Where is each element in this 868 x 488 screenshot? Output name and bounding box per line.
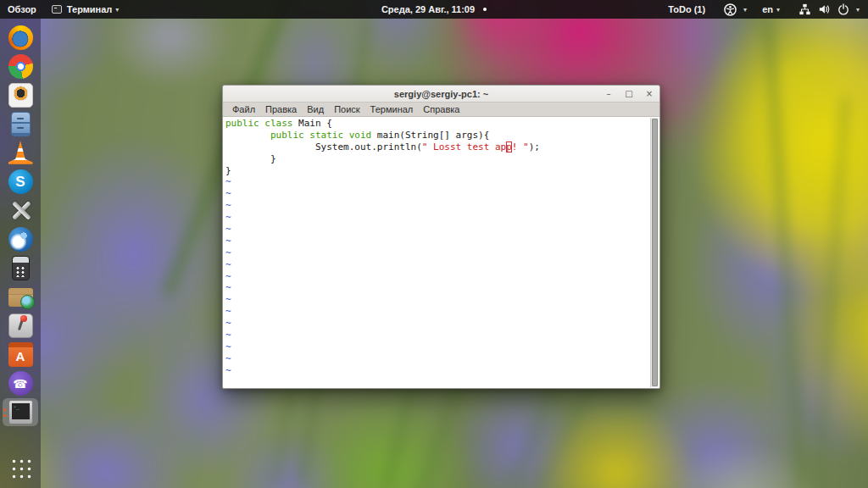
- show-applications-grid-icon: [9, 457, 31, 479]
- empty-line: ~: [224, 224, 659, 236]
- todo-label: ToDo (1): [668, 4, 705, 14]
- chevron-down-icon: ▾: [856, 6, 860, 14]
- code-area: public class Main { public static void m…: [224, 118, 659, 377]
- chevron-down-icon: ▾: [743, 6, 747, 14]
- empty-line: ~: [224, 247, 659, 259]
- menu-item-2[interactable]: Вид: [302, 104, 329, 114]
- firefox-icon: [8, 25, 33, 50]
- dock-item-firefox[interactable]: [3, 24, 38, 52]
- empty-line: ~: [224, 176, 659, 188]
- dock-item-vlc-cone[interactable]: [3, 139, 38, 167]
- close-button[interactable]: ×: [644, 90, 654, 98]
- chevron-down-icon: ▾: [115, 6, 119, 14]
- empty-line: ~: [224, 294, 659, 306]
- scrollbar[interactable]: [650, 118, 659, 387]
- dock-item-toolbox-a[interactable]: A: [3, 341, 38, 369]
- thunderbird-icon: [8, 227, 33, 252]
- maximize-button[interactable]: □: [624, 90, 634, 98]
- app-menu-label: Терминал: [67, 4, 113, 14]
- system-menu[interactable]: ▾: [787, 0, 868, 19]
- clock-label: Среда, 29 Авг., 11:09: [381, 4, 475, 14]
- flower-stem: [815, 97, 849, 488]
- scrollbar-thumb[interactable]: [652, 119, 658, 386]
- status-file-info: "Main.java" [Новый] 5L, 109C записано: [259, 386, 467, 387]
- menu-item-0[interactable]: Файл: [227, 104, 260, 114]
- code-line: public class Main {: [224, 118, 659, 130]
- empty-line: ~: [224, 282, 659, 294]
- notification-dot-icon: [483, 8, 487, 11]
- chrome-icon: [8, 54, 33, 79]
- empty-line: ~: [224, 200, 659, 212]
- todo-indicator[interactable]: ToDo (1): [660, 0, 713, 19]
- top-bar: Обзор Терминал ▾ Среда, 29 Авг., 11:09 T…: [0, 0, 868, 19]
- terminal-menubar: ФайлПравкаВидПоискТерминалСправка: [223, 103, 659, 117]
- skype-icon: S: [8, 169, 33, 194]
- vim-statusline: "Main.java" [Новый] 5L, 109C записано 3,…: [224, 374, 648, 386]
- empty-line: ~: [224, 188, 659, 200]
- vim-editor[interactable]: public class Main { public static void m…: [224, 118, 659, 387]
- accessibility-menu[interactable]: ▾: [713, 0, 754, 19]
- empty-line: ~: [224, 353, 659, 365]
- file-cabinet-icon: [11, 112, 31, 136]
- show-applications-button[interactable]: [3, 453, 38, 481]
- lever-icon: [8, 313, 33, 338]
- toolbox-a-icon: A: [8, 342, 33, 367]
- code-line: }: [224, 153, 659, 165]
- empty-line: ~: [224, 330, 659, 341]
- activities-button[interactable]: Обзор: [0, 0, 44, 19]
- empty-line: ~: [224, 259, 659, 271]
- dock-item-viber[interactable]: ☎: [3, 369, 38, 397]
- media-box-icon: [8, 83, 33, 108]
- viber-icon: ☎: [8, 371, 33, 396]
- vlc-cone-icon: [8, 141, 33, 165]
- accessibility-icon: [724, 3, 737, 16]
- activities-label: Обзор: [8, 4, 36, 14]
- menu-item-1[interactable]: Правка: [260, 104, 302, 114]
- dock-item-lever[interactable]: [3, 312, 38, 340]
- dock-item-tools[interactable]: [3, 197, 38, 225]
- menu-item-3[interactable]: Поиск: [329, 104, 364, 114]
- terminal-window: sergiy@sergiy-pc1: ~ – □ × ФайлПравкаВид…: [222, 85, 660, 389]
- dock-item-package-globe[interactable]: [3, 283, 38, 311]
- clock-menu[interactable]: Среда, 29 Авг., 11:09: [374, 4, 494, 14]
- vim-cursor: p: [506, 141, 512, 152]
- keyboard-layout-label: en: [762, 4, 773, 14]
- dock: SA☎: [0, 19, 41, 488]
- code-line: }: [224, 165, 659, 177]
- code-line: System.out.println(" Losst test app! ");: [224, 141, 659, 153]
- running-indicator-dots: [3, 408, 6, 417]
- empty-line: ~: [224, 341, 659, 353]
- network-wired-icon: [798, 3, 811, 15]
- dock-item-media-box[interactable]: [3, 81, 38, 109]
- empty-line: ~: [224, 212, 659, 224]
- calculator-icon: [12, 256, 30, 280]
- terminal-icon: [8, 400, 33, 424]
- flower-stem: [765, 20, 804, 485]
- terminal-app-icon: [52, 5, 62, 14]
- tools-icon: [8, 198, 33, 223]
- empty-line: ~: [224, 271, 659, 283]
- window-titlebar[interactable]: sergiy@sergiy-pc1: ~ – □ ×: [223, 86, 659, 103]
- empty-line: ~: [224, 306, 659, 318]
- code-line: public static void main(String[] args){: [224, 130, 659, 141]
- menu-item-5[interactable]: Справка: [418, 104, 465, 114]
- minimize-button[interactable]: –: [604, 90, 614, 98]
- menu-item-4[interactable]: Терминал: [365, 104, 419, 114]
- dock-item-calculator[interactable]: [3, 254, 38, 282]
- package-globe-icon: [8, 288, 33, 307]
- dock-item-thunderbird[interactable]: [3, 225, 38, 253]
- keyboard-layout-menu[interactable]: en ▾: [754, 0, 787, 19]
- dock-item-chrome[interactable]: [3, 53, 38, 80]
- empty-line: ~: [224, 236, 659, 247]
- dock-item-terminal[interactable]: [3, 398, 38, 426]
- volume-icon: [818, 3, 831, 15]
- window-title: sergiy@sergiy-pc1: ~: [394, 89, 488, 99]
- power-icon: [837, 3, 849, 15]
- dock-item-skype[interactable]: S: [3, 168, 38, 196]
- empty-line: ~: [224, 318, 659, 330]
- dock-item-file-cabinet[interactable]: [3, 110, 38, 138]
- chevron-down-icon: ▾: [776, 6, 780, 14]
- app-menu[interactable]: Терминал ▾: [44, 0, 127, 19]
